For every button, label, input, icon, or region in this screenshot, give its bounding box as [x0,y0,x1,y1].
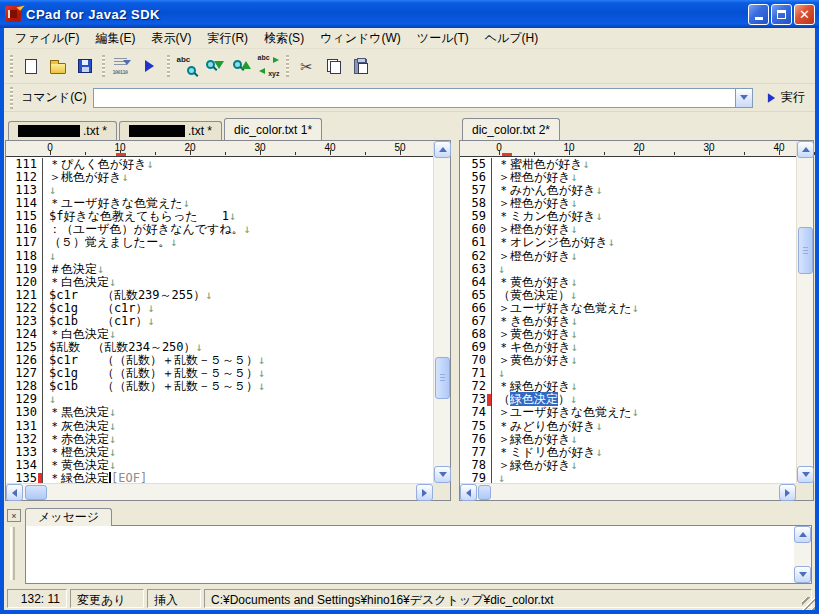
resize-grip[interactable] [802,597,815,610]
menu-run[interactable]: 実行(R) [199,28,256,49]
find-next-button[interactable] [201,53,228,80]
message-output[interactable] [25,525,812,584]
title-bar: CPad for Java2 SDK ✕ [0,0,819,28]
menu-window[interactable]: ウィンドウ(W) [312,28,409,49]
scroll-down-button[interactable] [794,566,811,583]
text-segment: ＞黄色が好き [498,327,571,341]
scroll-down-button[interactable] [797,466,814,483]
save-button[interactable] [71,53,98,80]
run-button[interactable] [136,53,163,80]
line-number: 120 [6,276,43,289]
scrollbar-thumb[interactable] [478,485,491,500]
open-folder-icon [50,63,66,74]
newline-mark: ↓ [146,158,153,171]
left-vertical-scrollbar[interactable] [433,141,450,483]
left-editor-content[interactable]: 111＊ぴんく色が好き↓112＞桃色が好き↓113↓114＊ユーザ好きな色覚えた… [6,158,433,483]
scrollbar-thumb[interactable] [798,227,813,274]
open-file-button[interactable] [44,53,71,80]
scroll-right-button[interactable] [416,484,433,501]
right-vertical-scrollbar[interactable] [796,141,813,483]
scroll-up-button[interactable] [434,141,451,158]
minimize-icon [755,17,763,20]
editor-line[interactable]: 112＞桃色が好き↓ [6,171,433,184]
message-close-button[interactable]: × [7,509,21,522]
command-bar-grip[interactable] [10,87,13,109]
editor-line[interactable]: 128$c1b （（乱数）＋乱数－５～５）↓ [6,380,433,393]
scroll-down-button[interactable] [434,466,451,483]
line-number: 122 [6,302,43,315]
scroll-right-button[interactable] [779,484,796,501]
toolbar-grip[interactable] [286,55,289,77]
maximize-button[interactable] [771,4,792,25]
execute-icon [768,93,775,103]
menu-tools[interactable]: ツール(T) [409,28,477,49]
chevron-down-icon [439,472,447,477]
message-tab[interactable]: メッセージ [25,508,112,526]
scrollbar-thumb[interactable] [435,357,450,399]
editor-line[interactable]: 117（５）覚えましたー。↓ [6,236,433,249]
find-prev-button[interactable] [228,53,255,80]
editor-line[interactable]: 79↓ [460,472,796,483]
line-number: 74 [460,406,492,419]
newline-mark: ↓ [205,288,212,302]
line-number: 66 [460,302,492,315]
text-segment: ：（ユーザ色）が好きなんですね。 [49,222,244,236]
cut-button[interactable]: ✂ [293,53,320,80]
right-horizontal-scrollbar[interactable] [460,483,796,500]
goto-line-icon: 100110 [113,57,133,75]
editor-tab[interactable]: .txt * [119,121,222,140]
text-segment: ＊ユーザ好きな色覚えた [49,196,183,210]
message-panel-grip[interactable] [10,527,15,580]
newline-mark: ↓ [595,183,602,197]
editor-line[interactable]: 78＞緑色が好き↓ [460,459,796,472]
editor-line[interactable]: 135＊緑色決定[EOF] [6,472,433,483]
text-segment: ＊キ色が好き [498,340,571,354]
line-number: 75 [460,420,492,433]
toolbar-grip[interactable] [167,55,170,77]
find-next-icon [204,56,226,76]
menu-search[interactable]: 検索(S) [256,28,312,49]
minimize-button[interactable] [748,4,769,25]
replace-button[interactable]: abc xyz [255,53,282,80]
scrollbar-thumb[interactable] [25,485,47,500]
execute-button[interactable]: 実行 [763,87,809,108]
scroll-left-button[interactable] [460,484,477,501]
newline-mark: ↓ [109,405,116,419]
toolbar-grip[interactable] [102,55,105,77]
menu-edit[interactable]: 編集(E) [87,28,143,49]
command-dropdown-button[interactable] [735,89,752,107]
newline-mark: ↓ [595,419,602,433]
editor-line[interactable]: 62＞橙色が好き↓ [460,250,796,263]
editor-area: .txt *.txt *dic_color.txt 1* 01020304050… [4,112,815,505]
text-segment: ＞ユーザ好きな色覚えた [498,301,632,315]
paste-button[interactable] [347,53,374,80]
command-input[interactable] [94,90,735,106]
right-editor-content[interactable]: 55＊蜜柑色が好き↓56＞橙色が好き↓57＊みかん色が好き↓58＞橙色が好き↓5… [460,158,796,483]
editor-tab[interactable]: dic_color.txt 1* [224,118,322,140]
goto-line-button[interactable]: 100110 [109,53,136,80]
copy-button[interactable] [320,53,347,80]
editor-line[interactable]: 70＞黄色が好き↓ [460,354,796,367]
editor-tab[interactable]: dic_color.txt 2* [462,118,560,140]
menu-help[interactable]: ヘルプ(H) [477,28,547,49]
newline-mark: ↓ [632,405,639,419]
menu-file[interactable]: ファイル(F) [7,28,87,49]
search-button[interactable]: abc [174,53,201,80]
left-horizontal-scrollbar[interactable] [6,483,433,500]
newline-mark: ↓ [571,432,578,446]
menu-view[interactable]: 表示(V) [143,28,199,49]
toolbar-grip[interactable] [10,55,13,77]
close-button[interactable]: ✕ [794,4,815,25]
new-file-button[interactable] [17,53,44,80]
editor-tab[interactable]: .txt * [8,121,117,140]
close-icon: ✕ [799,7,810,22]
paste-icon [354,59,367,74]
message-vertical-scrollbar[interactable] [794,526,811,583]
scroll-up-button[interactable] [794,526,811,543]
text-segment: ＊ミカン色が好き [498,209,595,223]
selected-text: 緑色決定 [510,392,558,406]
eof-marker: [EOF] [111,471,147,483]
scroll-left-button[interactable] [6,484,23,501]
newline-mark: ↓ [498,366,505,380]
scroll-up-button[interactable] [797,141,814,158]
